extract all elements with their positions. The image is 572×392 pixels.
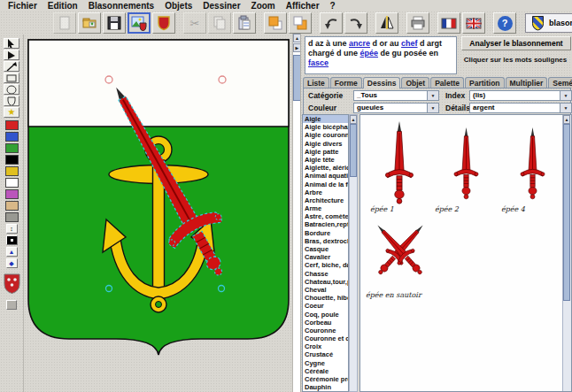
open-button[interactable] bbox=[78, 12, 101, 34]
gray-button[interactable] bbox=[6, 300, 17, 310]
menu-fichier[interactable]: Fichier bbox=[3, 1, 43, 11]
color-swatch-black[interactable] bbox=[5, 155, 19, 165]
list-item[interactable]: Cavalier bbox=[303, 253, 348, 261]
list-item[interactable]: Aigle tête bbox=[303, 156, 348, 164]
list-item[interactable]: Crustacé bbox=[303, 350, 348, 358]
scroll-up-icon[interactable]: ▲ bbox=[350, 115, 357, 124]
curve-tool[interactable] bbox=[4, 61, 19, 72]
couleur-dropdown[interactable]: gueules ▼ bbox=[353, 103, 439, 113]
drawing-canvas[interactable] bbox=[25, 34, 292, 392]
list-item[interactable]: Chouette, hibou bbox=[303, 294, 348, 302]
gallery-item-epee-2[interactable] bbox=[452, 127, 481, 203]
list-item[interactable]: Aiglette, alérion bbox=[303, 164, 348, 172]
chevron-down-icon[interactable]: ▼ bbox=[427, 104, 438, 112]
undo-button[interactable] bbox=[320, 12, 343, 34]
redo-button[interactable] bbox=[344, 12, 367, 34]
fleur-shield-button[interactable] bbox=[3, 273, 21, 298]
mirror-button[interactable] bbox=[375, 12, 398, 34]
menu-blasonnements[interactable]: Blasonnements bbox=[83, 1, 159, 11]
list-item[interactable]: Aigle patte bbox=[303, 148, 348, 156]
list-item[interactable]: Aigle bbox=[303, 115, 348, 123]
list-item[interactable]: Cheval bbox=[303, 286, 348, 294]
chevron-down-icon[interactable]: ▼ bbox=[560, 104, 571, 112]
list-item[interactable]: Cygne bbox=[303, 359, 348, 367]
list-item[interactable]: Bordure bbox=[303, 229, 348, 237]
send-to-back-button[interactable] bbox=[289, 12, 312, 34]
link-ancre[interactable]: ancre bbox=[349, 39, 370, 48]
link-fasce[interactable]: fasce bbox=[308, 58, 329, 67]
gallery-item-epee-1[interactable] bbox=[383, 120, 416, 208]
insert-image-button[interactable] bbox=[128, 12, 151, 34]
menu-dessiner[interactable]: Dessiner bbox=[197, 1, 245, 11]
details-dropdown[interactable]: argent ▼ bbox=[469, 103, 572, 113]
bring-to-front-button[interactable] bbox=[264, 12, 287, 34]
color-swatch-gray[interactable] bbox=[5, 212, 19, 222]
analyze-blazon-button[interactable]: Analyser le blasonnement bbox=[461, 36, 571, 50]
list-item[interactable]: Coeur bbox=[303, 302, 348, 310]
list-item[interactable]: Architecture bbox=[303, 196, 348, 204]
menu-afficher[interactable]: Afficher bbox=[281, 1, 325, 11]
black-square-button[interactable] bbox=[6, 235, 18, 245]
color-swatch-blue[interactable] bbox=[5, 132, 19, 142]
list-item[interactable]: Aigle divers bbox=[303, 140, 348, 148]
color-swatch-green[interactable] bbox=[5, 143, 19, 153]
save-button[interactable] bbox=[103, 12, 126, 34]
print-button[interactable] bbox=[406, 12, 429, 34]
color-swatch-yellow[interactable] bbox=[5, 166, 19, 176]
list-item[interactable]: Animal de la ferme bbox=[303, 181, 348, 188]
color-swatch-white[interactable] bbox=[5, 178, 19, 188]
menu-edition[interactable]: Edition bbox=[43, 1, 83, 11]
list-item[interactable]: Cérémonie profane bbox=[303, 375, 348, 383]
list-item[interactable]: Casque bbox=[303, 245, 348, 253]
list-item[interactable]: Couronne et casque bbox=[303, 334, 348, 342]
menu-help[interactable]: ? bbox=[325, 1, 341, 11]
chevron-down-icon[interactable]: ▼ bbox=[427, 91, 438, 100]
select-cursor-tool[interactable] bbox=[4, 38, 19, 49]
menu-objets[interactable]: Objets bbox=[159, 1, 197, 11]
list-item[interactable]: Chateau,tour,pont bbox=[303, 278, 348, 286]
paste-button[interactable] bbox=[233, 12, 256, 34]
link-chef[interactable]: chef bbox=[401, 39, 418, 48]
tab-dessins[interactable]: Dessins bbox=[363, 77, 401, 88]
gallery-item-epee-4[interactable] bbox=[518, 127, 547, 203]
list-item[interactable]: Cerf, biche, daim bbox=[303, 261, 348, 269]
list-item[interactable]: Corbeau bbox=[303, 319, 348, 327]
triangle-up-button[interactable]: ▲ bbox=[6, 247, 18, 257]
category-list-scrollbar[interactable]: ▲ bbox=[349, 114, 358, 392]
copy-button[interactable] bbox=[208, 12, 231, 34]
direct-select-tool[interactable] bbox=[4, 50, 19, 60]
french-language-button[interactable] bbox=[437, 12, 460, 34]
list-item[interactable]: Dauphin bbox=[303, 383, 348, 391]
list-item[interactable]: Arme bbox=[303, 204, 348, 212]
cut-button[interactable]: ✂ bbox=[183, 12, 206, 34]
list-item[interactable]: Batracien,reptile bbox=[303, 220, 348, 228]
gallery-item-epee-en-sautoir[interactable] bbox=[362, 212, 438, 288]
ellipse-tool[interactable] bbox=[4, 84, 19, 95]
index-dropdown[interactable]: (lis) ▼ bbox=[469, 90, 572, 101]
shield-button[interactable] bbox=[152, 12, 175, 34]
list-item[interactable]: Aigle couronnée bbox=[303, 131, 348, 139]
list-item[interactable]: Couronne bbox=[303, 327, 348, 334]
help-button[interactable]: ? bbox=[493, 12, 516, 34]
categorie-dropdown[interactable]: _Tous ▼ bbox=[353, 90, 439, 101]
spinner-button[interactable]: ↕ bbox=[6, 224, 18, 234]
scrollbar-thumb[interactable] bbox=[350, 124, 357, 177]
gallery-scrollbar[interactable]: ▲ bbox=[562, 115, 571, 391]
new-document-button[interactable] bbox=[53, 12, 76, 34]
color-swatch-tan[interactable] bbox=[5, 201, 19, 211]
list-item[interactable]: Astre, comète bbox=[303, 212, 348, 220]
english-language-button[interactable] bbox=[462, 12, 485, 34]
list-item[interactable]: Croix bbox=[303, 342, 348, 350]
chevron-down-icon[interactable]: ▼ bbox=[560, 91, 571, 100]
color-swatch-red[interactable] bbox=[5, 120, 19, 130]
blazon-text-box[interactable]: d az à une ancre d or au chef d argt cha… bbox=[305, 36, 457, 74]
color-swatch-magenta[interactable] bbox=[5, 189, 19, 199]
list-item[interactable]: Chasse bbox=[303, 270, 348, 278]
list-item[interactable]: Aigle bicéphale bbox=[303, 123, 348, 131]
rectangle-tool[interactable] bbox=[4, 73, 19, 83]
list-item[interactable]: Céréale bbox=[303, 367, 348, 375]
canvas-vertical-scrollbar[interactable]: ▲ ▶ bbox=[292, 34, 300, 392]
list-item[interactable]: Animal aquatique bbox=[303, 172, 348, 180]
list-item[interactable]: Arbre bbox=[303, 188, 348, 196]
shield-shape-tool[interactable] bbox=[4, 96, 19, 106]
